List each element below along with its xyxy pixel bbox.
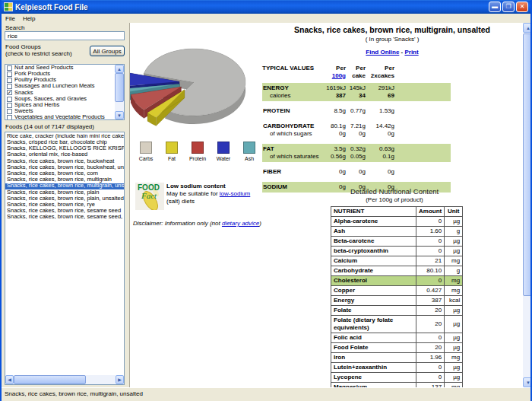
scroll-up-icon[interactable]: ▲	[115, 65, 124, 73]
scroll-right-icon[interactable]: ▶	[116, 375, 124, 384]
nutrient-amount: 1.96	[416, 353, 445, 363]
nutrient-unit: µg	[445, 333, 463, 343]
nutrient-name: Carbohydrate	[331, 266, 416, 276]
food-group-item[interactable]: Pork Products	[5, 71, 115, 77]
pie-legend: CarbsFatProteinWaterAsh	[133, 142, 262, 161]
detailed-nutrition-table: NUTRIENT Amount Unit Alpha-carotene0µgAs…	[331, 206, 463, 387]
typical-values-column-header: Per100g	[321, 65, 349, 80]
low-sodium-link[interactable]: low-sodium	[220, 190, 250, 197]
main-vscrollbar[interactable]: ▲ ▼	[523, 23, 532, 387]
nutrient-value: 0g	[349, 168, 369, 176]
food-group-item[interactable]: Soups, Sauces, and Gravies	[5, 96, 115, 102]
minimize-button[interactable]: ▬	[489, 2, 501, 12]
food-title: Snacks, rice cakes, brown rice, multigra…	[261, 25, 523, 34]
legend-swatch-carbs	[140, 142, 152, 154]
nutrient-subvalue: 0.56g	[321, 153, 349, 161]
foods-list[interactable]: Rice cake, cracker (include hain mini ri…	[5, 132, 125, 385]
food-list-item[interactable]: Snacks, rice cakes, brown rice, multigra…	[5, 183, 124, 189]
checkbox-icon[interactable]	[7, 97, 12, 102]
nutrient-unit: mg	[445, 256, 463, 266]
food-list-item[interactable]: Snacks, rice cakes, brown rice, plain	[5, 189, 124, 196]
typical-values-row: FIBER0g0g0g	[262, 167, 451, 177]
menu-file[interactable]: File	[2, 15, 19, 22]
foods-scroll-thumb[interactable]	[14, 375, 86, 384]
food-group-item[interactable]: Nut and Seed Products	[5, 65, 115, 71]
sidebar: Search Food Groups (check to restrict se…	[2, 23, 129, 387]
scroll-down-icon[interactable]: ▼	[523, 377, 532, 387]
food-group-item[interactable]: Sausages and Luncheon Meats	[5, 84, 115, 90]
food-group-label: Poultry Products	[14, 77, 56, 83]
foods-list-hscrollbar[interactable]: ◀ ▶	[5, 375, 124, 384]
food-list-item[interactable]: Snacks, crisped rice bar, chocolate chip	[5, 139, 124, 145]
food-group-item[interactable]: Vegetables and Vegetable Products	[5, 115, 115, 121]
food-list-item[interactable]: Snacks, rice cakes, brown rice, multigra…	[5, 177, 124, 183]
food-list-item[interactable]: Snacks, rice cakes, brown rice, rye	[5, 202, 124, 208]
detailed-table-subtitle: (Per 100g of product)	[331, 196, 458, 203]
main-scroll-thumb[interactable]	[523, 33, 532, 296]
table-row: Lycopene0µg	[331, 373, 463, 383]
table-row: Energy387kcal	[331, 296, 463, 306]
group-scroll-thumb[interactable]	[115, 73, 124, 102]
nutrient-unit: g	[445, 227, 463, 237]
food-list-item[interactable]: Rice cake, cracker (include hain mini ri…	[5, 133, 124, 139]
checkbox-icon[interactable]	[7, 84, 12, 89]
food-list-item[interactable]: Snacks, rice cakes, brown rice, sesame s…	[5, 208, 124, 214]
nutrient-sublabel: calories	[262, 92, 321, 100]
food-group-item[interactable]: Poultry Products	[5, 77, 115, 83]
disclaimer: Disclaimer: Information only (not dietar…	[133, 220, 261, 227]
macronutrient-pie-chart	[130, 39, 279, 145]
checkbox-icon[interactable]	[7, 78, 12, 83]
nutrient-subvalue: 0g	[321, 130, 349, 138]
print-link[interactable]: Print	[404, 49, 418, 56]
checkbox-icon[interactable]	[7, 72, 12, 77]
food-list-item[interactable]: Snacks, rice cakes, brown rice, plain, u…	[5, 196, 124, 202]
search-input[interactable]	[5, 31, 125, 40]
food-list-item[interactable]: Snacks, rice cakes, brown rice, sesame s…	[5, 214, 124, 220]
scroll-left-icon[interactable]: ◀	[5, 375, 14, 384]
food-fact-logo-bottom: Fact	[141, 191, 157, 200]
food-list-item[interactable]: Snacks, oriental mix, rice-based	[5, 152, 124, 158]
nutrient-amount: 387	[416, 296, 445, 306]
checkbox-icon[interactable]	[7, 109, 12, 114]
table-row: Carbohydrate80.10g	[331, 266, 463, 276]
food-group-item[interactable]: ✓Snacks	[5, 90, 115, 96]
nutrient-value: 0g	[369, 168, 397, 176]
close-button[interactable]: ✕	[516, 2, 528, 12]
food-list-item[interactable]: Snacks, rice cakes, brown rice, buckwhea…	[5, 158, 124, 164]
dietary-advice-link[interactable]: dietary advice	[222, 220, 259, 227]
checkbox-icon[interactable]	[7, 65, 12, 71]
food-groups-label: Food Groups	[5, 43, 41, 50]
food-group-subtitle: ( In group 'Snacks' )	[261, 36, 523, 43]
nutrient-label: ENERGY	[262, 84, 321, 92]
menu-help[interactable]: Help	[19, 15, 39, 22]
all-groups-button[interactable]: All Groups	[90, 46, 125, 56]
maximize-button[interactable]: ❐	[502, 2, 515, 12]
col-bottom: cake	[349, 72, 366, 80]
group-list-scrollbar[interactable]: ▲ ▼	[115, 65, 124, 119]
checkbox-icon[interactable]: ✓	[7, 90, 12, 95]
col-bottom: 2xcakes	[369, 72, 394, 80]
food-group-label: Snacks	[14, 90, 33, 96]
food-list-item[interactable]: Snacks, KELLOGG, KELLOGG'S RICE KRISPIES…	[5, 145, 124, 151]
nutrient-name: Copper	[331, 286, 416, 296]
title-bar[interactable]: Kelpiesoft Food File ▬ ❐ ✕	[2, 0, 530, 14]
nutrient-value: 0g	[321, 168, 349, 176]
nutrient-value: 1.53g	[369, 107, 397, 115]
checkbox-icon[interactable]	[7, 103, 12, 108]
food-group-item[interactable]: Spices and Herbs	[5, 102, 115, 108]
search-label: Search	[5, 24, 24, 31]
food-group-item[interactable]: Sweets	[5, 108, 115, 114]
status-bar: Snacks, rice cakes, brown rice, multigra…	[2, 387, 530, 401]
find-online-link[interactable]: Find Online	[366, 49, 399, 56]
main-panel: Snacks, rice cakes, brown rice, multigra…	[129, 23, 523, 387]
food-list-item[interactable]: Snacks, rice cakes, brown rice, corn	[5, 170, 124, 177]
nutrient-amount: 0	[416, 276, 445, 286]
scroll-down-icon[interactable]: ▼	[115, 111, 124, 119]
per-100g-link[interactable]: 100g	[332, 72, 346, 79]
nutrient-value: 3.5g	[321, 145, 349, 153]
action-links: Find Online - Print	[261, 49, 523, 56]
checkbox-icon[interactable]	[7, 115, 12, 120]
food-list-item[interactable]: Snacks, rice cakes, brown rice, buckwhea…	[5, 164, 124, 170]
food-group-list[interactable]: Nut and Seed ProductsPork ProductsPoultr…	[5, 64, 125, 120]
scroll-up-icon[interactable]: ▲	[523, 23, 532, 33]
